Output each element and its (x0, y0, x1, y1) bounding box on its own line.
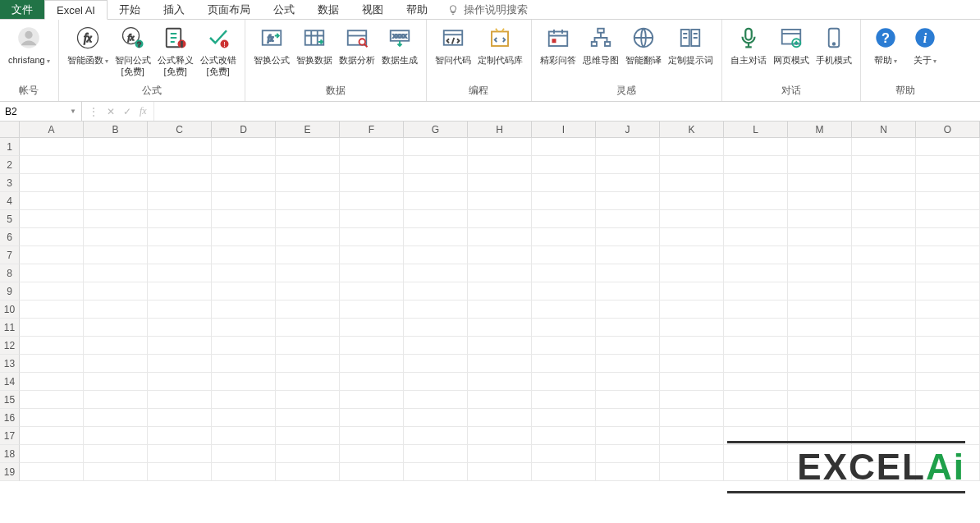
row-header[interactable]: 1 (0, 138, 20, 156)
formula-cancel-icon[interactable]: ✕ (107, 106, 115, 117)
cell[interactable] (84, 156, 148, 174)
cell[interactable] (20, 409, 84, 427)
row-header[interactable]: 11 (0, 319, 20, 337)
cell[interactable] (340, 138, 404, 156)
cell[interactable] (724, 355, 788, 373)
cell[interactable] (916, 192, 980, 210)
cell[interactable] (852, 319, 916, 337)
swap-data-button[interactable]: 智换数据 (293, 23, 336, 67)
cell[interactable] (148, 355, 212, 373)
cell[interactable] (532, 210, 596, 228)
cell[interactable] (660, 463, 724, 481)
row-header[interactable]: 10 (0, 300, 20, 319)
cell[interactable] (532, 337, 596, 355)
cell[interactable] (404, 192, 468, 210)
cell[interactable] (532, 264, 596, 282)
cell[interactable] (212, 300, 276, 319)
cell[interactable] (532, 138, 596, 156)
cell[interactable] (84, 409, 148, 427)
cell[interactable] (596, 463, 660, 481)
tab-formulas[interactable]: 公式 (262, 0, 306, 19)
cell[interactable] (212, 355, 276, 373)
row-header[interactable]: 13 (0, 355, 20, 373)
cell[interactable] (532, 228, 596, 246)
cell[interactable] (340, 319, 404, 337)
cell[interactable] (660, 300, 724, 319)
cell[interactable] (84, 391, 148, 409)
cell[interactable] (404, 427, 468, 445)
cell[interactable] (788, 264, 852, 282)
qa-button[interactable]: 精彩问答 (537, 23, 579, 67)
row-header[interactable]: 7 (0, 246, 20, 264)
cell[interactable] (20, 264, 84, 282)
column-header[interactable]: C (148, 122, 212, 137)
cell[interactable] (788, 391, 852, 409)
cell[interactable] (404, 228, 468, 246)
cell[interactable] (660, 192, 724, 210)
cell[interactable] (916, 156, 980, 174)
cell[interactable] (20, 228, 84, 246)
column-header[interactable]: K (660, 122, 724, 137)
cell[interactable] (788, 228, 852, 246)
cell[interactable] (20, 192, 84, 210)
column-header[interactable]: G (404, 122, 468, 137)
cell[interactable] (148, 373, 212, 391)
data-gen-button[interactable]: XXXX 数据生成 (378, 23, 421, 67)
cell[interactable] (148, 409, 212, 427)
cell[interactable] (596, 409, 660, 427)
cell[interactable] (276, 174, 340, 192)
cell[interactable] (724, 373, 788, 391)
cell[interactable] (276, 246, 340, 264)
cell[interactable] (788, 337, 852, 355)
prompt-button[interactable]: 定制提示词 (665, 23, 717, 67)
cell[interactable] (660, 373, 724, 391)
cell[interactable] (404, 246, 468, 264)
cell[interactable] (468, 409, 532, 427)
cell[interactable] (724, 246, 788, 264)
cell[interactable] (468, 156, 532, 174)
cell[interactable] (340, 445, 404, 463)
cell[interactable] (340, 192, 404, 210)
row-header[interactable]: 14 (0, 373, 20, 391)
cell[interactable] (20, 156, 84, 174)
ask-formula-button[interactable]: fx? 智问公式 [免费] (112, 23, 154, 79)
row-header[interactable]: 18 (0, 445, 20, 463)
cell[interactable] (788, 156, 852, 174)
cell[interactable] (84, 264, 148, 282)
cell[interactable] (852, 228, 916, 246)
cell[interactable] (532, 174, 596, 192)
cell[interactable] (660, 391, 724, 409)
row-header[interactable]: 8 (0, 264, 20, 282)
cell[interactable] (404, 138, 468, 156)
cell[interactable] (340, 427, 404, 445)
cell[interactable] (916, 319, 980, 337)
tab-home[interactable]: 开始 (108, 0, 152, 19)
column-header[interactable]: H (468, 122, 532, 137)
cell[interactable] (148, 319, 212, 337)
cell[interactable] (468, 282, 532, 300)
mindmap-button[interactable]: 思维导图 (579, 23, 622, 67)
cell[interactable] (468, 355, 532, 373)
cell[interactable] (212, 337, 276, 355)
formula-more-icon[interactable]: ⋮ (89, 106, 98, 117)
cell[interactable] (340, 174, 404, 192)
cell[interactable] (788, 355, 852, 373)
cell[interactable] (468, 264, 532, 282)
cell[interactable] (212, 246, 276, 264)
cell[interactable] (532, 355, 596, 373)
column-header[interactable]: B (84, 122, 148, 137)
cell[interactable] (596, 282, 660, 300)
cell[interactable] (916, 210, 980, 228)
cell[interactable] (84, 319, 148, 337)
cell[interactable] (724, 228, 788, 246)
cell[interactable] (724, 264, 788, 282)
translate-button[interactable]: 智能翻译 (622, 23, 665, 67)
cell[interactable] (404, 355, 468, 373)
row-header[interactable]: 17 (0, 427, 20, 445)
cell[interactable] (660, 246, 724, 264)
row-header[interactable]: 6 (0, 228, 20, 246)
cell[interactable] (852, 264, 916, 282)
cell[interactable] (788, 246, 852, 264)
row-header[interactable]: 12 (0, 337, 20, 355)
cell[interactable] (84, 228, 148, 246)
